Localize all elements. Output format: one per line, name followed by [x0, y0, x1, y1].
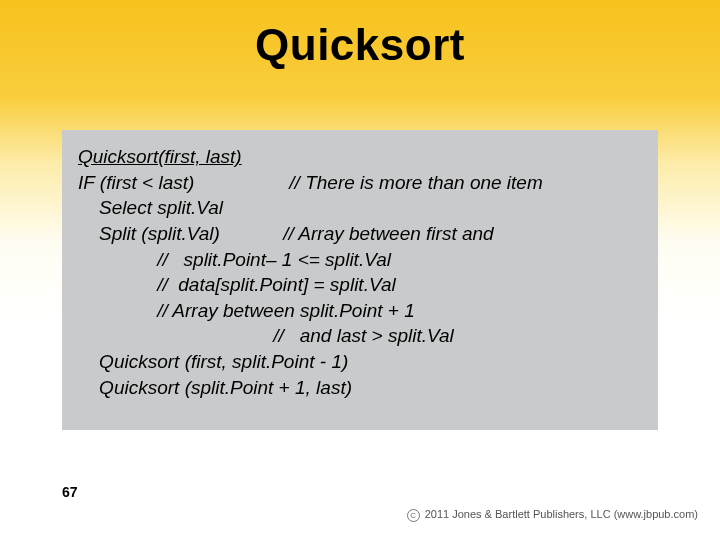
code-line: Select split.Val: [78, 195, 642, 221]
code-line: IF (first < last) // There is more than …: [78, 170, 642, 196]
code-line: Split (split.Val) // Array between first…: [78, 221, 642, 247]
footer-text: 2011 Jones & Bartlett Publishers, LLC (w…: [425, 508, 698, 520]
code-heading: Quicksort(first, last): [78, 144, 642, 170]
code-line: // split.Point– 1 <= split.Val: [78, 247, 642, 273]
footer-credit: C 2011 Jones & Bartlett Publishers, LLC …: [407, 508, 698, 522]
slide-title: Quicksort: [0, 20, 720, 70]
code-line: Quicksort (split.Point + 1, last): [78, 375, 642, 401]
pseudocode-box: Quicksort(first, last) IF (first < last)…: [62, 130, 658, 430]
code-line: // data[split.Point] = split.Val: [78, 272, 642, 298]
code-line: // and last > split.Val: [78, 323, 642, 349]
slide: Quicksort Quicksort(first, last) IF (fir…: [0, 0, 720, 540]
copyright-icon: C: [407, 509, 420, 522]
code-line: Quicksort (first, split.Point - 1): [78, 349, 642, 375]
page-number: 67: [62, 484, 78, 500]
code-line: // Array between split.Point + 1: [78, 298, 642, 324]
